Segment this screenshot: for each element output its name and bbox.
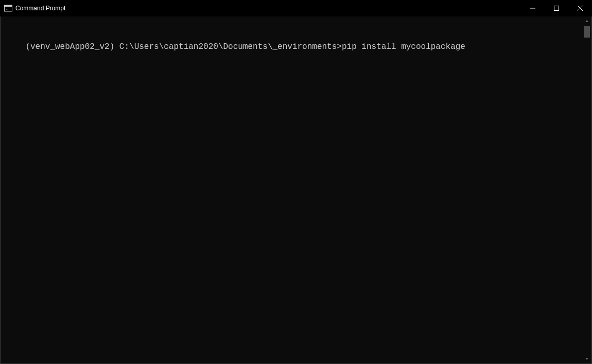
terminal-area[interactable]: (venv_webApp02_v2) C:\Users\captian2020\… [0,16,592,364]
window-titlebar: >_ Command Prompt [0,0,592,16]
svg-text:>_: >_ [6,7,10,11]
titlebar-left: >_ Command Prompt [4,4,65,12]
prompt-path: C:\Users\captian2020\Documents\_environm… [119,42,342,51]
scroll-down-arrow[interactable] [583,355,591,363]
prompt-venv: (venv_webApp02_v2) [25,42,119,51]
svg-marker-7 [585,20,588,22]
scroll-up-arrow[interactable] [583,17,591,25]
window-controls [521,0,592,16]
svg-rect-1 [5,5,12,7]
minimize-button[interactable] [521,0,545,16]
svg-rect-4 [554,6,559,11]
terminal-content[interactable]: (venv_webApp02_v2) C:\Users\captian2020\… [1,16,591,363]
command-prompt-icon: >_ [4,4,12,12]
maximize-button[interactable] [545,0,568,16]
scrollbar-thumb[interactable] [584,26,590,38]
close-button[interactable] [568,0,592,16]
command-text: pip install mycoolpackage [342,42,465,51]
scrollbar[interactable] [583,17,591,363]
svg-marker-8 [585,358,588,360]
window-title: Command Prompt [15,5,65,12]
prompt-line: (venv_webApp02_v2) C:\Users\captian2020\… [25,42,465,51]
